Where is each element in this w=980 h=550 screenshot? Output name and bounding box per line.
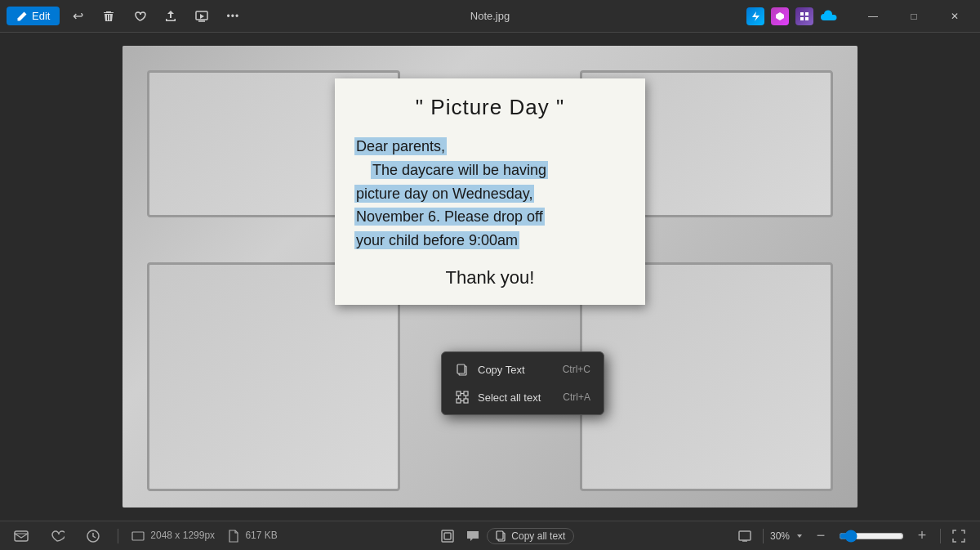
grid-icon <box>799 11 810 22</box>
divider-1 <box>118 529 118 543</box>
image-dimensions: 2048 x 1299px <box>131 530 215 543</box>
note-line-5: your child before 9:00am <box>354 231 519 249</box>
fit-icon <box>440 529 455 543</box>
copy-all-icon <box>496 530 507 542</box>
delete-icon <box>102 10 115 23</box>
toolbar-left: Edit ↩ ••• <box>7 3 246 29</box>
zoom-out-button[interactable]: − <box>809 525 832 548</box>
minimize-button[interactable]: — <box>854 3 892 29</box>
edit-icon <box>16 11 28 22</box>
copy-all-text-button[interactable]: Copy all text <box>487 528 574 544</box>
more-button[interactable]: ••• <box>220 3 246 29</box>
svg-rect-8 <box>457 364 465 373</box>
svg-rect-24 <box>497 531 503 539</box>
heart-icon <box>133 10 146 23</box>
copy-text-item-left: Copy Text <box>455 362 525 377</box>
bottom-right: 30% − + <box>733 525 970 548</box>
copy-text-shortcut: Ctrl+C <box>563 364 590 375</box>
svg-rect-9 <box>457 391 461 396</box>
file-icon <box>228 530 239 543</box>
info-button[interactable] <box>10 525 33 548</box>
svg-rect-17 <box>15 531 28 541</box>
chat-bubble-icon <box>466 529 480 543</box>
divider-2 <box>763 529 764 543</box>
dimensions-icon <box>131 530 145 543</box>
app-icon-purple <box>795 7 813 25</box>
title-bar: Edit ↩ ••• <box>0 0 980 33</box>
note-thanks: Thank you! <box>354 267 626 288</box>
gem-icon <box>774 11 786 22</box>
chevron-down-icon <box>796 533 803 539</box>
undo-button[interactable]: ↩ <box>65 3 91 29</box>
svg-rect-12 <box>464 399 468 403</box>
heart-bottom-icon <box>50 529 65 543</box>
note-title: " Picture Day " <box>354 95 626 120</box>
main-content: " Picture Day " Dear parents, The daycar… <box>0 33 980 521</box>
svg-rect-21 <box>442 530 453 542</box>
share-icon <box>164 10 177 23</box>
minimize-icon: — <box>868 11 878 22</box>
bottom-left: 2048 x 1299px 617 KB <box>10 525 278 548</box>
svg-rect-5 <box>800 17 804 20</box>
svg-rect-6 <box>805 17 808 20</box>
slideshow-icon <box>195 10 208 23</box>
cloud-icon <box>820 10 838 23</box>
bottom-center: Copy all text <box>436 525 574 548</box>
divider-3 <box>940 529 941 543</box>
edit-label: Edit <box>32 10 50 22</box>
context-menu-copy-text[interactable]: Copy Text Ctrl+C <box>442 355 604 383</box>
note-paper: " Picture Day " Dear parents, The daycar… <box>335 78 645 305</box>
slideshow-button[interactable] <box>189 3 215 29</box>
note-line-3: picture day on Wednesday, <box>354 185 534 203</box>
context-menu-select-all[interactable]: Select all text Ctrl+A <box>442 383 604 411</box>
svg-marker-18 <box>15 534 28 538</box>
clock-icon <box>86 529 100 543</box>
toolbar-right: — □ ✕ <box>746 3 973 29</box>
svg-rect-20 <box>132 532 144 540</box>
note-body: Dear parents, The daycare will be having… <box>354 135 626 253</box>
fullscreen-button[interactable] <box>947 525 970 548</box>
fullscreen-icon <box>951 529 966 543</box>
screen-mode-button[interactable] <box>733 525 756 548</box>
select-all-label: Select all text <box>478 391 541 404</box>
photo-background: " Picture Day " Dear parents, The daycar… <box>122 46 858 508</box>
lightning-icon <box>750 11 761 22</box>
file-size: 617 KB <box>228 530 278 543</box>
app-icon-cloud <box>820 7 838 25</box>
bottom-bar: 2048 x 1299px 617 KB Copy all text <box>0 521 980 550</box>
svg-marker-2 <box>776 12 784 20</box>
heart-button[interactable] <box>127 3 153 29</box>
close-icon: ✕ <box>951 11 959 22</box>
maximize-button[interactable]: □ <box>895 3 933 29</box>
favorite-bottom-button[interactable] <box>46 525 69 548</box>
note-line-4: November 6. Please drop off <box>354 208 545 226</box>
svg-rect-10 <box>464 391 468 396</box>
copy-text-label: Copy Text <box>478 364 525 376</box>
more-icon: ••• <box>227 11 240 22</box>
select-all-icon <box>455 390 470 405</box>
screen-mode-icon <box>737 529 752 543</box>
zoom-slider[interactable] <box>839 530 904 543</box>
clock-button[interactable] <box>82 525 105 548</box>
select-all-shortcut: Ctrl+A <box>563 391 590 403</box>
svg-rect-25 <box>739 531 751 540</box>
edit-button[interactable]: Edit <box>7 7 60 25</box>
copy-all-label: Copy all text <box>511 530 565 542</box>
share-button[interactable] <box>158 3 184 29</box>
zoom-in-button[interactable]: + <box>911 525 933 548</box>
file-title: Note.jpg <box>470 10 510 22</box>
copy-text-icon <box>455 362 470 377</box>
undo-icon: ↩ <box>73 8 83 24</box>
app-icons-group <box>746 7 838 25</box>
info-icon <box>14 529 29 543</box>
select-all-item-left: Select all text <box>455 390 541 405</box>
maximize-icon: □ <box>911 11 916 22</box>
app-icon-pink <box>771 7 789 25</box>
svg-rect-4 <box>805 12 808 16</box>
svg-rect-11 <box>457 399 461 403</box>
close-button[interactable]: ✕ <box>936 3 973 29</box>
delete-button[interactable] <box>96 3 122 29</box>
fit-to-screen-button[interactable] <box>436 525 459 548</box>
context-menu: Copy Text Ctrl+C S <box>441 351 604 415</box>
photo-container: " Picture Day " Dear parents, The daycar… <box>122 46 858 508</box>
